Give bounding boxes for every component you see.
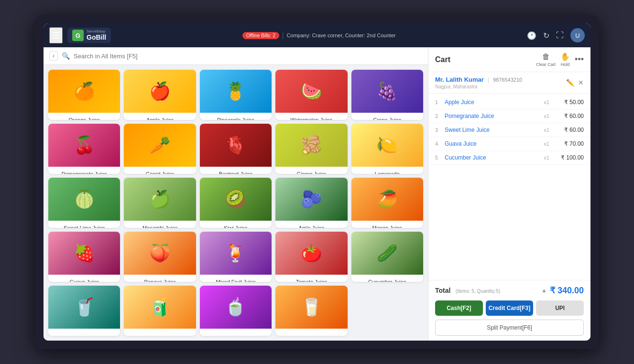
cart-item-name[interactable]: Sweet Lime Juice bbox=[445, 127, 538, 133]
product-name: Amla Juice bbox=[275, 221, 347, 228]
main-area: ‹ 🔍 🍊 Orange Juice 🍎 Apple Juice 🍍 Pinea… bbox=[44, 47, 590, 341]
product-card[interactable]: 🍒 Pomegranate Juice bbox=[48, 124, 120, 174]
cart-item-number: 5 bbox=[435, 155, 442, 161]
product-card[interactable]: 🍍 Pineapple Juice bbox=[200, 70, 272, 120]
product-card[interactable]: 🥒 Cucumber Juice bbox=[351, 232, 423, 282]
device-frame: ☰ G ServeEasy GoBill Offline Bills: 2 | … bbox=[35, 15, 599, 349]
cart-item: 1 Apple Juice x1 ₹ 50.00 bbox=[428, 96, 590, 109]
upi-payment-button[interactable]: UPI bbox=[536, 300, 584, 316]
product-image: 🥕 bbox=[124, 124, 196, 167]
cart-item-qty: x1 bbox=[541, 99, 552, 105]
product-card[interactable]: 🫐 Amla Juice bbox=[275, 178, 347, 228]
pipe-divider: | bbox=[488, 76, 489, 83]
collapse-button[interactable]: ‹ bbox=[49, 51, 58, 61]
product-card[interactable]: 🥛 bbox=[275, 286, 347, 336]
logo-area: G ServeEasy GoBill bbox=[67, 28, 111, 43]
logo-text-area: ServeEasy GoBill bbox=[87, 30, 106, 41]
product-card[interactable]: 🍈 Sweet Lime Juice bbox=[48, 178, 120, 228]
product-card[interactable]: 🥭 Mango Juice bbox=[351, 178, 423, 228]
clear-cart-button[interactable]: 🗑 Clear Cart bbox=[536, 53, 556, 67]
history-icon[interactable]: 🕐 bbox=[527, 31, 536, 40]
left-panel: ‹ 🔍 🍊 Orange Juice 🍎 Apple Juice 🍍 Pinea… bbox=[44, 47, 428, 341]
cart-item-price: ₹ 60.00 bbox=[555, 127, 584, 133]
customer-name: Mr. Lalith Kumar bbox=[435, 76, 484, 83]
product-card[interactable]: 🥝 Kiwi Juice bbox=[200, 178, 272, 228]
cart-item-name[interactable]: Apple Juice bbox=[445, 99, 538, 106]
cart-item: 3 Sweet Lime Juice x1 ₹ 60.00 bbox=[428, 123, 590, 137]
cart-more-button[interactable]: ••• bbox=[575, 54, 584, 64]
cart-item-price: ₹ 70.00 bbox=[555, 140, 584, 147]
cart-item-qty: x1 bbox=[541, 141, 552, 147]
header-company-info: Company: Crave corner, Counter: 2nd Coun… bbox=[286, 32, 395, 38]
search-icon: 🔍 bbox=[62, 52, 70, 60]
product-name: Orange Juice bbox=[48, 113, 120, 120]
total-amount: ₹ 340.00 bbox=[550, 285, 584, 296]
hamburger-menu[interactable]: ☰ bbox=[49, 27, 63, 43]
card-payment-button[interactable]: Credit Card[F3] bbox=[486, 300, 534, 316]
fullscreen-icon[interactable]: ⛶ bbox=[556, 31, 564, 40]
cash-payment-button[interactable]: Cash[F2] bbox=[435, 300, 483, 316]
chevron-up-icon[interactable]: ▲ bbox=[541, 287, 547, 294]
product-image: 🍒 bbox=[48, 124, 120, 167]
product-name: Papaya Juice bbox=[124, 275, 196, 282]
product-card[interactable]: 🍉 Watermelon Juice bbox=[275, 70, 347, 120]
product-image: 🫐 bbox=[275, 178, 347, 221]
product-card[interactable]: 🍹 Mixed Fruit Juice bbox=[200, 232, 272, 282]
product-name: Mixed Fruit Juice bbox=[200, 275, 272, 282]
customer-details: Mr. Lalith Kumar | 9876543210 Nagpur, Ma… bbox=[435, 76, 522, 89]
cart-item-qty: x1 bbox=[541, 155, 552, 161]
product-image: 🍊 bbox=[48, 70, 120, 113]
customer-info: Mr. Lalith Kumar | 9876543210 Nagpur, Ma… bbox=[428, 72, 590, 94]
product-image: 🍑 bbox=[124, 232, 196, 275]
product-name: Kiwi Juice bbox=[200, 221, 272, 228]
cart-header-actions: 🗑 Clear Cart ✋ Hold ••• bbox=[536, 52, 584, 67]
refresh-icon[interactable]: ↻ bbox=[543, 31, 549, 40]
product-card[interactable]: 🍵 bbox=[200, 286, 272, 336]
remove-customer-button[interactable]: ✕ bbox=[578, 79, 584, 86]
cart-item-number: 2 bbox=[435, 113, 442, 119]
product-name: Grape Juice bbox=[351, 113, 423, 120]
cart-item-qty: x1 bbox=[541, 127, 552, 133]
product-image: 🫚 bbox=[275, 124, 347, 167]
product-name: Guava Juice bbox=[48, 275, 120, 282]
product-name bbox=[48, 329, 120, 336]
product-card[interactable]: 🍊 Orange Juice bbox=[48, 70, 120, 120]
product-card[interactable]: 🧃 bbox=[124, 286, 196, 336]
cart-item-name[interactable]: Cucumber Juice bbox=[445, 154, 538, 161]
cart-item-qty: x1 bbox=[541, 113, 552, 119]
hold-button[interactable]: ✋ Hold bbox=[560, 52, 570, 67]
product-card[interactable]: 🍇 Grape Juice bbox=[351, 70, 423, 120]
product-card[interactable]: 🫀 Beetroot Juice bbox=[200, 124, 272, 174]
product-card[interactable]: 🍋 Lemonade bbox=[351, 124, 423, 174]
clear-cart-icon: 🗑 bbox=[542, 53, 550, 61]
cart-item-name[interactable]: Pomegranate Juice bbox=[445, 113, 538, 119]
product-card[interactable]: 🥤 bbox=[48, 286, 120, 336]
total-row: Total (Items: 5, Quantity:5) ▲ ₹ 340.00 bbox=[435, 285, 584, 296]
split-payment-button[interactable]: Split Payment[F6] bbox=[435, 320, 584, 336]
product-image: 🍍 bbox=[200, 70, 272, 113]
product-name: Mosambi Juice bbox=[124, 221, 196, 228]
product-card[interactable]: 🍏 Mosambi Juice bbox=[124, 178, 196, 228]
product-name: Ginger Juice bbox=[275, 167, 347, 174]
product-name: Lemonade bbox=[351, 167, 423, 174]
product-name bbox=[275, 329, 347, 336]
product-card[interactable]: 🍎 Apple Juice bbox=[124, 70, 196, 120]
total-meta: (Items: 5, Quantity:5) bbox=[456, 289, 500, 294]
product-card[interactable]: 🍓 Guava Juice bbox=[48, 232, 120, 282]
product-name: Apple Juice bbox=[124, 113, 196, 120]
product-name: Carrot Juice bbox=[124, 167, 196, 174]
cart-item-name[interactable]: Guava Juice bbox=[445, 140, 538, 147]
customer-edit-btns: ✏️ ✕ bbox=[566, 79, 584, 86]
product-card[interactable]: 🥕 Carrot Juice bbox=[124, 124, 196, 174]
product-image: 🥭 bbox=[351, 178, 423, 221]
search-input[interactable] bbox=[74, 53, 422, 60]
product-name: Sweet Lime Juice bbox=[48, 221, 120, 228]
cart-item: 4 Guava Juice x1 ₹ 70.00 bbox=[428, 137, 590, 151]
edit-customer-button[interactable]: ✏️ bbox=[566, 79, 574, 86]
product-image: 🥤 bbox=[48, 286, 120, 329]
user-avatar[interactable]: U bbox=[570, 28, 585, 43]
hold-icon: ✋ bbox=[560, 52, 570, 61]
product-card[interactable]: 🍑 Papaya Juice bbox=[124, 232, 196, 282]
product-card[interactable]: 🫚 Ginger Juice bbox=[275, 124, 347, 174]
product-card[interactable]: 🍅 Tomato Juice bbox=[275, 232, 347, 282]
